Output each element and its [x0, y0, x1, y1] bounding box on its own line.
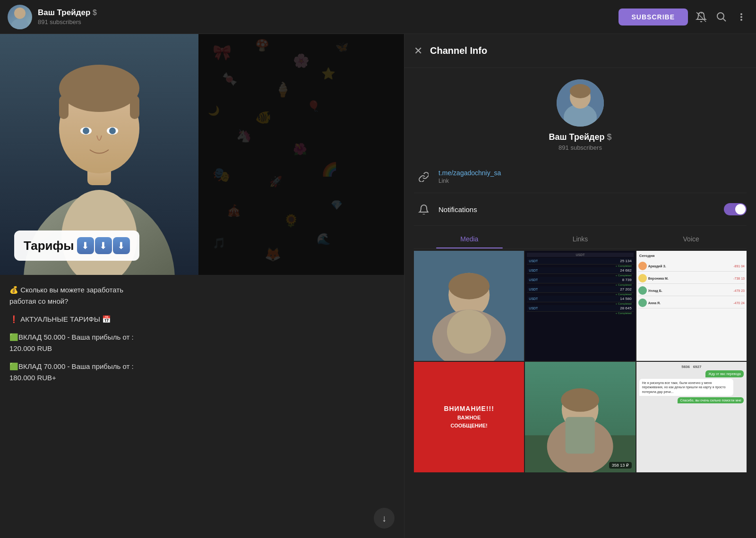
- media-tabs: Media Links Voice: [414, 230, 747, 249]
- svg-point-26: [570, 84, 591, 98]
- svg-point-0: [14, 8, 26, 19]
- svg-point-31: [447, 309, 491, 353]
- tariff-text: Тарифы: [24, 239, 74, 253]
- post-invest1: 🟩ВКЛАД 50.000 - Ваша прибыль от : 120.00…: [9, 332, 395, 354]
- svg-line-5: [723, 18, 726, 21]
- tab-media[interactable]: Media: [414, 230, 525, 248]
- notification-icon: [414, 200, 433, 219]
- svg-point-35: [561, 388, 600, 412]
- svg-point-15: [59, 65, 139, 112]
- info-subscriber-count: 891 subscribers: [558, 144, 602, 151]
- toggle-knob: [735, 204, 746, 214]
- channel-header-info: Ваш Трейдер $ 891 subscribers: [38, 8, 619, 26]
- svg-point-21: [109, 128, 116, 134]
- post-image: Тарифы ⬇ ⬇ ⬇ 🎀 🍄 🌸: [0, 34, 404, 275]
- post-invest2: 🟩ВКЛАД 70.000 - Ваша прибыль от : 180.00…: [9, 361, 395, 384]
- info-body: Ваш Трейдер $ 891 subscribers t.me/zagad…: [404, 68, 756, 538]
- tariff-banner: Тарифы ⬇ ⬇ ⬇: [14, 231, 139, 261]
- close-panel-button[interactable]: ✕: [414, 45, 422, 57]
- media-thumb-2[interactable]: USDT USDT 25 134 + Completed USDT 24 682…: [525, 251, 635, 361]
- info-link-content: t.me/zagadochniy_sa Link: [438, 169, 501, 184]
- media-thumb-4[interactable]: ВНИМАНИЕ!!! ВАЖНОЕ СООБЩЕНИЕ!: [414, 362, 524, 472]
- info-panel-title: Channel Info: [430, 45, 487, 56]
- post-text: 💰 Сколько вы можете заработать работая с…: [0, 275, 404, 384]
- subscribe-button[interactable]: SUBSCRIBE: [619, 9, 688, 26]
- media-thumb-6[interactable]: 5836 6927 Жду от вас перевода Не я рискн…: [636, 362, 747, 472]
- media-thumb-3[interactable]: Сегодня Аркадий З. -891 04 Ве: [636, 251, 747, 361]
- info-avatar: [557, 79, 604, 127]
- info-header: ✕ Channel Info: [404, 34, 756, 68]
- svg-point-7: [740, 16, 742, 18]
- info-link-row: t.me/zagadochniy_sa Link: [414, 161, 747, 193]
- link-icon: [414, 167, 433, 186]
- avatar: [8, 5, 32, 29]
- svg-rect-16: [59, 95, 69, 119]
- subscriber-count: 891 subscribers: [38, 18, 619, 26]
- channel-info-panel: ✕ Channel Info Ва: [404, 34, 756, 538]
- header-actions: SUBSCRIBE: [619, 9, 748, 26]
- info-channel-name: Ваш Трейдер $: [549, 132, 612, 142]
- tariff-arrows: ⬇ ⬇ ⬇: [77, 237, 130, 254]
- more-options-button[interactable]: [734, 10, 748, 24]
- attention-subtitle-1: ВАЖНОЕ: [457, 415, 481, 421]
- svg-point-1: [11, 19, 28, 29]
- post-container: Тарифы ⬇ ⬇ ⬇ 🎀 🍄 🌸: [0, 34, 404, 398]
- info-notifications-row: Notifications: [414, 193, 747, 226]
- info-link-label: Link: [438, 178, 501, 184]
- search-button[interactable]: [714, 10, 729, 24]
- tab-links[interactable]: Links: [525, 230, 636, 248]
- attention-title: ВНИМАНИЕ!!!: [444, 405, 494, 413]
- media-thumb-5[interactable]: 358 13 ₽: [525, 362, 635, 472]
- channel-name: Ваш Трейдер $: [38, 8, 619, 17]
- svg-point-6: [740, 13, 742, 15]
- post-title: 💰 Сколько вы можете заработать работая с…: [9, 284, 395, 307]
- attention-subtitle-2: СООБЩЕНИЕ!: [451, 423, 488, 429]
- svg-point-20: [83, 128, 89, 134]
- post-photo: Тарифы ⬇ ⬇ ⬇: [0, 34, 198, 275]
- notifications-label: Notifications: [438, 205, 724, 213]
- notifications-toggle[interactable]: [724, 203, 747, 215]
- channel-panel: Тарифы ⬇ ⬇ ⬇ 🎀 🍄 🌸: [0, 34, 404, 538]
- svg-rect-17: [130, 95, 139, 119]
- svg-point-8: [740, 19, 742, 21]
- arrow-box-2: ⬇: [95, 237, 112, 254]
- attention-text: ВНИМАНИЕ!!! ВАЖНОЕ СООБЩЕНИЕ!: [414, 362, 524, 472]
- post-bg-doodles: 🎀 🍄 🌸 🦋 🍬 🍦 ⭐ 🌙 🐠 🎈 🦄 🌺 🎭 🚀: [198, 34, 404, 275]
- post-urgent: ❗ АКТУАЛЬНЫЕ ТАРИФЫ 📅: [9, 314, 395, 325]
- arrow-box-1: ⬇: [77, 237, 94, 254]
- info-link-url[interactable]: t.me/zagadochniy_sa: [438, 169, 501, 177]
- top-header: Ваш Трейдер $ 891 subscribers SUBSCRIBE: [0, 0, 756, 34]
- info-avatar-section: Ваш Трейдер $ 891 subscribers: [414, 79, 747, 151]
- svg-point-4: [717, 13, 724, 19]
- svg-point-29: [448, 273, 490, 299]
- scroll-down-button[interactable]: ↓: [374, 508, 395, 529]
- arrow-box-3: ⬇: [113, 237, 130, 254]
- tab-voice[interactable]: Voice: [636, 230, 747, 248]
- media-grid: USDT USDT 25 134 + Completed USDT 24 682…: [414, 251, 747, 472]
- main-area: Тарифы ⬇ ⬇ ⬇ 🎀 🍄 🌸: [0, 34, 756, 538]
- svg-rect-37: [566, 417, 595, 454]
- notification-bell-button[interactable]: [694, 9, 709, 25]
- media-thumb-1[interactable]: [414, 251, 524, 361]
